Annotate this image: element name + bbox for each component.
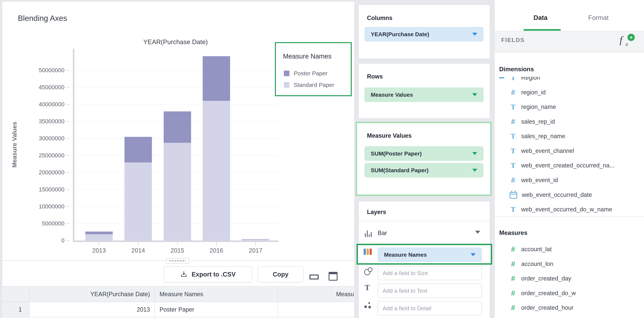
field-label: account_lat — [521, 246, 552, 253]
field-label: account_lon — [521, 260, 553, 268]
number-icon: # — [509, 245, 517, 254]
app-window: Blending Axes YEAR(Purchase Date) Measur… — [0, 0, 644, 318]
measures-list: #account_lat#account_lon#order_created_d… — [0, 0, 644, 318]
field-label: order_created_day — [521, 275, 571, 282]
field-item-order_created_do_w[interactable]: #order_created_do_w — [495, 286, 644, 300]
number-icon: # — [509, 260, 517, 268]
number-icon: # — [509, 304, 517, 312]
field-label: order_created_do_w — [521, 290, 576, 297]
field-item-order_created_hour[interactable]: #order_created_hour — [495, 300, 644, 315]
field-item-account_lon[interactable]: #account_lon — [495, 257, 644, 271]
field-item-partial[interactable]: # — [495, 315, 644, 318]
number-icon: # — [509, 289, 517, 297]
field-item-order_created_day[interactable]: #order_created_day — [495, 271, 644, 286]
number-icon: # — [509, 274, 517, 283]
field-item-account_lat[interactable]: #account_lat — [495, 242, 644, 256]
field-label: order_created_hour — [521, 304, 574, 311]
